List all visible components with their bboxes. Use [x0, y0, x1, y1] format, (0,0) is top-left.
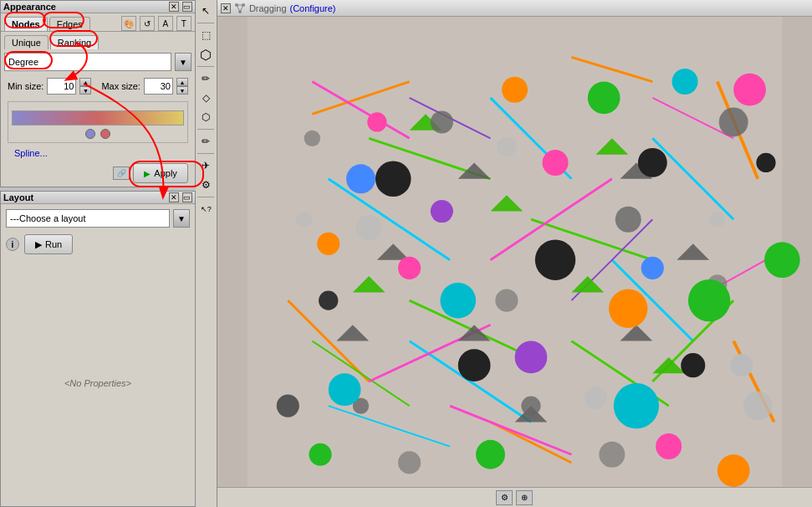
layout-close-button[interactable]: ✕: [169, 192, 179, 202]
svg-point-50: [535, 239, 575, 279]
tool-separator-5: [197, 197, 214, 197]
svg-point-49: [375, 161, 411, 197]
no-properties-area: <No Properties>: [1, 259, 195, 506]
apply-label: Apply: [154, 168, 177, 178]
tool-select[interactable]: ↖: [197, 2, 215, 20]
dropdown-arrow-button[interactable]: ▼: [175, 53, 192, 71]
tool-pencil[interactable]: ✏: [197, 69, 215, 88]
appearance-titlebar-buttons: ✕ ▭: [169, 2, 192, 12]
graph-configure[interactable]: (Configure): [290, 3, 336, 13]
max-size-up[interactable]: ▲: [176, 78, 188, 86]
layout-maximize-button[interactable]: ▭: [182, 192, 192, 202]
layout-dropdown[interactable]: ---Choose a layout: [6, 209, 170, 228]
svg-point-56: [615, 207, 641, 233]
tool-plane[interactable]: ✈: [197, 156, 215, 175]
svg-point-95: [730, 354, 753, 376]
color-icon[interactable]: 🎨: [121, 16, 136, 31]
svg-point-69: [296, 212, 312, 228]
play-icon: ▶: [144, 169, 151, 178]
tab-edges[interactable]: Edges: [49, 17, 90, 31]
svg-point-58: [719, 108, 748, 137]
subtab-ranking[interactable]: Ranking: [50, 35, 99, 49]
no-properties-text: <No Properties>: [64, 378, 131, 388]
max-size-spinner[interactable]: ▲ ▼: [176, 78, 188, 95]
tool-gear[interactable]: ⚙: [197, 176, 215, 194]
size-row: Min size: ▲ ▼ Max size: ▲ ▼: [1, 74, 195, 98]
appearance-maximize-button[interactable]: ▭: [182, 2, 192, 12]
appearance-panel: Appearance ✕ ▭ Nodes Edges 🎨 ↺ A T: [0, 0, 196, 187]
apply-button[interactable]: ▶ Apply: [133, 163, 188, 183]
svg-point-89: [346, 164, 375, 193]
toolbar: ↖ ⬚ ⬡ ✏ ◇ ⬡ ✏ ✈ ⚙ ↖?: [196, 0, 217, 507]
tool-separator-2: [197, 66, 214, 67]
min-size-spinner[interactable]: ▲ ▼: [79, 78, 91, 95]
svg-point-72: [614, 383, 659, 428]
run-label: Run: [45, 239, 62, 249]
tool-separator-1: [197, 23, 214, 23]
svg-point-52: [458, 349, 491, 382]
run-play-icon: ▶: [35, 239, 42, 250]
svg-point-57: [521, 396, 540, 415]
graph-visualization: [217, 17, 812, 487]
svg-point-66: [709, 212, 725, 228]
run-button[interactable]: ▶ Run: [24, 234, 73, 254]
appearance-close-button[interactable]: ✕: [169, 2, 179, 12]
layout-dropdown-arrow[interactable]: ▼: [173, 209, 190, 228]
svg-point-63: [599, 442, 625, 468]
attribute-dropdown[interactable]: Degree In-Degree Out-Degree: [4, 53, 171, 71]
layout-dropdown-row: ---Choose a layout ▼: [1, 204, 195, 233]
svg-point-76: [588, 82, 620, 115]
svg-line-6: [240, 5, 243, 12]
tool-pencil2[interactable]: ✏: [197, 132, 215, 151]
svg-point-81: [398, 257, 421, 279]
reset-icon[interactable]: ↺: [140, 16, 155, 31]
svg-point-64: [304, 131, 320, 146]
graph-zoom-button[interactable]: ⊕: [516, 490, 533, 505]
svg-point-80: [542, 150, 568, 176]
min-size-input[interactable]: [47, 78, 76, 95]
svg-point-87: [317, 233, 340, 255]
max-size-input[interactable]: [144, 78, 173, 95]
tool-rect-select[interactable]: ⬚: [197, 26, 215, 44]
graph-panel: ✕ Dragging (Configure): [217, 0, 812, 507]
svg-point-65: [497, 136, 516, 156]
svg-point-74: [672, 69, 697, 95]
svg-point-84: [656, 433, 682, 459]
subtab-unique[interactable]: Unique: [4, 35, 49, 49]
graph-canvas[interactable]: [217, 17, 812, 487]
svg-point-60: [495, 289, 518, 312]
tool-shape[interactable]: ⬡: [197, 45, 215, 64]
text-icon[interactable]: A: [158, 16, 173, 31]
min-size-down[interactable]: ▼: [79, 86, 91, 95]
min-size-label: Min size:: [8, 81, 43, 91]
layout-titlebar: Layout ✕ ▭: [1, 192, 195, 204]
svg-point-68: [585, 387, 607, 409]
info-icon[interactable]: i: [6, 238, 19, 251]
svg-point-77: [476, 440, 505, 469]
svg-point-73: [329, 373, 361, 406]
spline-link[interactable]: Spline...: [8, 146, 54, 160]
min-size-up[interactable]: ▲: [79, 78, 91, 86]
svg-point-92: [431, 200, 453, 223]
svg-point-83: [367, 112, 386, 131]
tab-nodes[interactable]: Nodes: [4, 17, 48, 31]
tool-cursor-help[interactable]: ↖?: [197, 200, 215, 218]
graph-settings-button[interactable]: ⚙: [496, 490, 513, 505]
size-icon[interactable]: T: [176, 16, 192, 31]
tool-separator-3: [197, 129, 214, 130]
svg-point-85: [609, 289, 648, 329]
svg-point-93: [756, 153, 775, 172]
svg-point-79: [309, 443, 331, 466]
appearance-content: Nodes Edges 🎨 ↺ A T Unique Ranking: [1, 13, 195, 187]
tab-icons: 🎨 ↺ A T: [121, 16, 192, 31]
max-size-label: Max size:: [101, 81, 140, 91]
tool-hex[interactable]: ⬡: [197, 108, 215, 126]
graph-titlebar: ✕ Dragging (Configure): [217, 0, 812, 17]
svg-point-90: [641, 257, 664, 279]
graph-close-button[interactable]: ✕: [221, 3, 231, 13]
max-size-down[interactable]: ▼: [176, 86, 188, 95]
svg-point-94: [277, 395, 299, 417]
svg-point-82: [733, 74, 766, 106]
svg-point-91: [514, 341, 547, 374]
tool-diamond[interactable]: ◇: [197, 89, 215, 107]
